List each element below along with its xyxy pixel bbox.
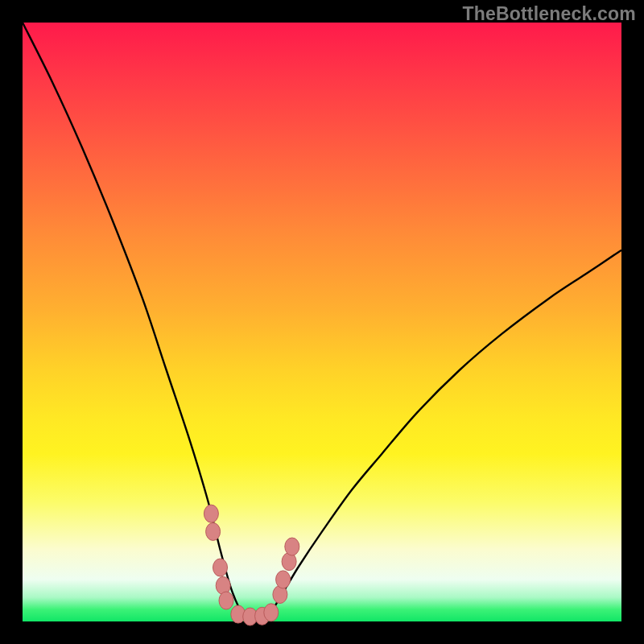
marker xyxy=(285,538,299,555)
marker xyxy=(264,604,279,621)
marker xyxy=(213,559,228,576)
frame: TheBottleneck.com xyxy=(0,0,644,644)
bottleneck-curve xyxy=(23,23,621,619)
marker xyxy=(204,505,218,522)
marker xyxy=(276,571,291,588)
chart-svg xyxy=(23,23,621,621)
marker xyxy=(219,592,233,609)
watermark: TheBottleneck.com xyxy=(462,3,636,25)
plot-area xyxy=(23,23,621,621)
markers-group xyxy=(204,505,299,625)
marker xyxy=(206,522,221,540)
